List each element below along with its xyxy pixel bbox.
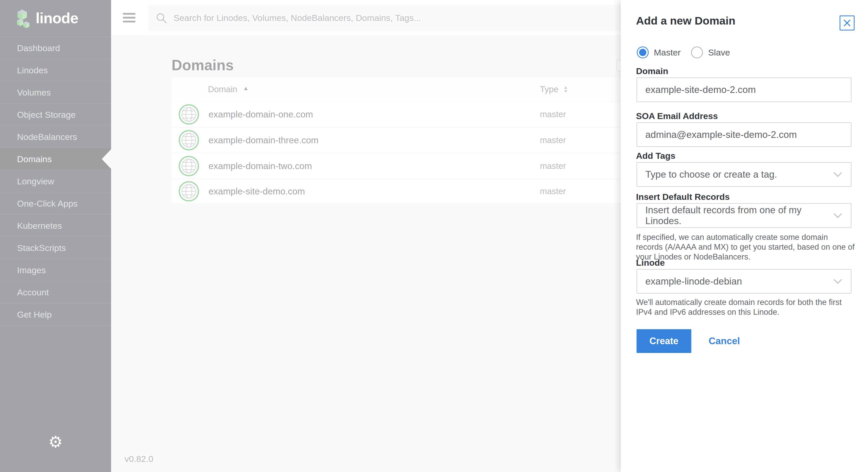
- master-radio-label: Master: [654, 48, 681, 58]
- cancel-button[interactable]: Cancel: [709, 329, 740, 353]
- close-drawer-button[interactable]: [840, 15, 855, 30]
- add-domain-drawer: Add a new Domain Master Slave Domain SOA…: [621, 0, 868, 472]
- linode-cloud-manager: linode Dashboard Linodes Volumes Object …: [0, 0, 868, 472]
- domain-field-label: Domain: [636, 66, 668, 76]
- insert-default-records-value: Insert default records from one of my Li…: [645, 205, 833, 226]
- master-radio[interactable]: [637, 46, 649, 58]
- create-button[interactable]: Create: [637, 329, 691, 353]
- radio-selected-dot: [639, 49, 646, 56]
- slave-radio[interactable]: [691, 46, 703, 58]
- linode-helper-text: We'll automatically create domain record…: [636, 297, 855, 317]
- chevron-down-icon: [833, 279, 842, 284]
- linode-field-label: Linode: [636, 258, 665, 268]
- linode-select-value: example-linode-debian: [645, 276, 833, 287]
- tags-select-placeholder: Type to choose or create a tag.: [645, 169, 833, 180]
- insert-default-records-label: Insert Default Records: [636, 192, 730, 202]
- default-records-helper-text: If specified, we can automatically creat…: [636, 232, 855, 262]
- chevron-down-icon: [833, 213, 842, 218]
- close-icon: [843, 19, 851, 27]
- domain-input[interactable]: [637, 77, 851, 102]
- insert-default-records-select[interactable]: Insert default records from one of my Li…: [637, 203, 851, 228]
- tags-select[interactable]: Type to choose or create a tag.: [637, 162, 851, 187]
- linode-select[interactable]: example-linode-debian: [637, 269, 851, 293]
- add-tags-field-label: Add Tags: [636, 151, 675, 161]
- slave-radio-label: Slave: [708, 48, 730, 58]
- chevron-down-icon: [833, 172, 842, 177]
- domain-type-radio-group: Master Slave: [637, 46, 740, 59]
- soa-email-input[interactable]: [637, 122, 851, 147]
- drawer-title: Add a new Domain: [636, 14, 736, 27]
- soa-email-field-label: SOA Email Address: [636, 111, 718, 121]
